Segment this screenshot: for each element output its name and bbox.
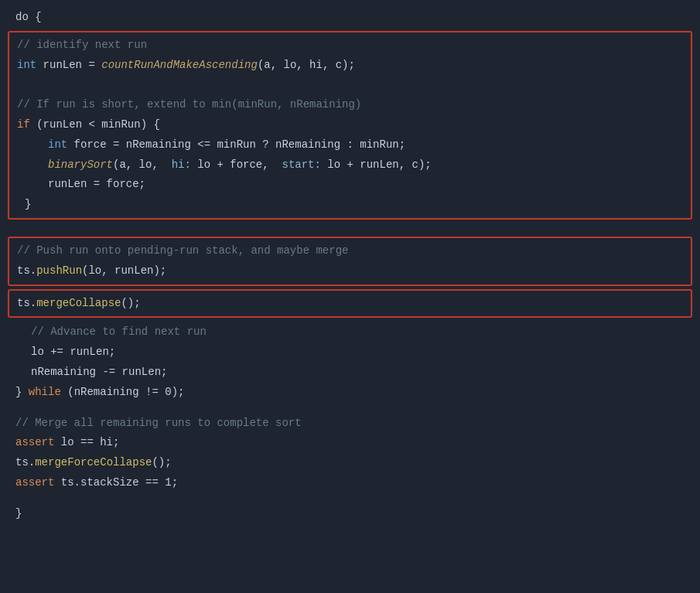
highlight-box-run: // identify next run int runLen = countR… bbox=[8, 31, 692, 220]
code-line-if: if (runLen < minRun) { bbox=[9, 115, 691, 135]
code-line-comment-short: // If run is short, extend to min(minRun… bbox=[9, 95, 691, 115]
code-line-comment-push: // Push run onto pending-run stack, and … bbox=[9, 241, 691, 261]
code-line-close-if: } bbox=[9, 195, 691, 215]
code-line-lo-plus: lo += runLen; bbox=[0, 343, 700, 363]
code-line-binarysort: binarySort(a, lo, hi: lo + force, start:… bbox=[9, 155, 691, 176]
code-line-close-outer: } bbox=[0, 504, 700, 524]
code-line-comment-identify: // identify next run bbox=[9, 36, 691, 56]
code-line-while: } while (nRemaining != 0); bbox=[0, 383, 700, 403]
code-line-do: do { bbox=[0, 8, 700, 28]
code-line-comment-merge-all: // Merge all remaining runs to complete … bbox=[0, 414, 700, 434]
code-line-pushrun: ts.pushRun(lo, runLen); bbox=[9, 261, 691, 281]
code-line-nremaining-minus: nRemaining -= runLen; bbox=[0, 363, 700, 383]
code-line-comment-advance: // Advance to find next run bbox=[0, 322, 700, 343]
code-line-force: int force = nRemaining <= minRun ? nRema… bbox=[9, 135, 691, 155]
code-line-runlen-force: runLen = force; bbox=[9, 175, 691, 195]
highlight-box-merge: ts.mergeCollapse(); bbox=[8, 289, 692, 319]
code-line-assert-stack: assert ts.stackSize == 1; bbox=[0, 473, 700, 493]
code-container: do { // identify next run int runLen = c… bbox=[0, 0, 700, 532]
code-line-runlen: int runLen = countRunAndMakeAscending(a,… bbox=[9, 56, 691, 76]
code-line-blank1 bbox=[9, 75, 691, 95]
highlight-box-push: // Push run onto pending-run stack, and … bbox=[8, 237, 692, 286]
code-line-assert-lo-hi: assert lo == hi; bbox=[0, 433, 700, 453]
code-line-mergecollapse: ts.mergeCollapse(); bbox=[9, 294, 691, 314]
code-line-mergeforce: ts.mergeForceCollapse(); bbox=[0, 453, 700, 473]
